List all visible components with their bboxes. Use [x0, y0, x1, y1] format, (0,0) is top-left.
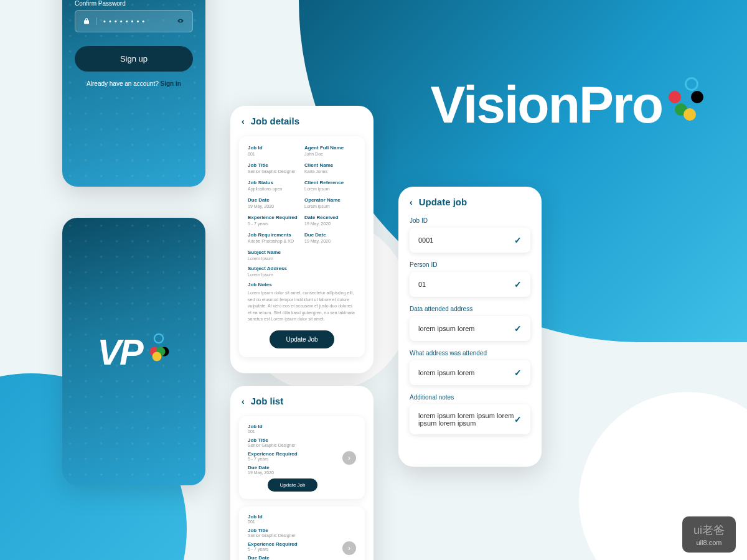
confirm-password-value: • • • • • • • •: [103, 17, 170, 25]
update-input[interactable]: lorem ipsum lorem✓: [410, 316, 530, 341]
update-job-button[interactable]: Update Job: [270, 330, 334, 348]
update-field: What address was attendedlorem ipsum lor…: [410, 350, 530, 385]
update-field: Person ID01✓: [410, 261, 530, 297]
signup-button[interactable]: Sign up: [75, 46, 193, 72]
detail-field: Date Received19 May, 2020: [304, 215, 356, 226]
detail-field: Job RequirementsAdobe Photoshop & XD: [248, 232, 299, 243]
check-icon: ✓: [514, 324, 522, 334]
screen-update-job: ‹ Update job Job ID0001✓Person ID01✓Data…: [398, 187, 542, 467]
screen-signup: Password 12345678 Confirm Password • • •…: [62, 0, 205, 187]
confirm-password-input[interactable]: • • • • • • • •: [75, 10, 193, 32]
screen-job-details: ‹ Job details Job Id001Agent Full NameJo…: [230, 106, 374, 373]
check-icon: ✓: [514, 414, 522, 424]
detail-field: Client ReferenceLorem ipsum: [304, 180, 356, 191]
update-input[interactable]: 01✓: [410, 272, 530, 297]
screen-job-list: ‹ Job list Job Id001Job TitleSenior Grap…: [230, 386, 374, 560]
chevron-right-icon[interactable]: ›: [342, 451, 356, 465]
splash-logo: VP: [97, 331, 170, 373]
page-title: Job details: [251, 116, 299, 126]
detail-field: Client NameKarla Jones: [304, 162, 356, 174]
detail-field: Experience Required5 - 7 years: [248, 215, 299, 226]
update-field: Data attended addresslorem ipsum lorem✓: [410, 306, 530, 341]
back-icon[interactable]: ‹: [242, 116, 245, 126]
signin-link[interactable]: Sign in: [161, 80, 181, 87]
page-title: Job list: [251, 396, 284, 406]
check-icon: ✓: [514, 368, 522, 378]
brand-dots-icon: [139, 332, 171, 363]
update-input[interactable]: lorem ipsum lorem✓: [410, 360, 530, 385]
back-icon[interactable]: ‹: [242, 396, 245, 406]
detail-field: Job StatusApplications open: [248, 180, 299, 191]
brand-logo: VisionPro: [430, 75, 703, 135]
brand-name: VisionPro: [430, 75, 662, 135]
job-list-item[interactable]: Job Id001Job TitleSenior Graphic Designe…: [239, 416, 365, 499]
watermark: ui老爸 uil8.com: [682, 516, 736, 553]
eye-icon[interactable]: [176, 17, 185, 26]
lock-icon: [83, 17, 97, 25]
check-icon: ✓: [514, 235, 522, 245]
page-title: Update job: [419, 197, 467, 207]
detail-field: Job Id001: [248, 145, 299, 156]
screen-splash: VP: [62, 218, 205, 485]
chevron-right-icon[interactable]: ›: [342, 541, 356, 555]
detail-field: Agent Full NameJohn Doe: [304, 145, 356, 156]
detail-field: Due Date19 May, 2020: [304, 232, 356, 243]
update-input[interactable]: lorem ipsum lorem ipsum lorem ipsum lore…: [410, 404, 530, 434]
confirm-password-label: Confirm Password: [75, 0, 193, 7]
signup-footer: Already have an account? Sign in: [75, 80, 193, 87]
detail-field: Job TitleSenior Graphic Designer: [248, 162, 299, 174]
brand-dots-icon: [660, 77, 703, 121]
detail-field: Due Date19 May, 2020: [248, 197, 299, 208]
update-input[interactable]: 0001✓: [410, 228, 530, 253]
job-list-item[interactable]: Job Id001Job TitleSenior Graphic Designe…: [239, 506, 365, 560]
detail-field: Operator NameLorem ipsum: [304, 197, 356, 208]
update-field: Additional noteslorem ipsum lorem ipsum …: [410, 394, 530, 434]
back-icon[interactable]: ‹: [410, 197, 413, 207]
update-field: Job ID0001✓: [410, 217, 530, 253]
check-icon: ✓: [514, 279, 522, 289]
details-card: Job Id001Agent Full NameJohn DoeJob Titl…: [239, 136, 365, 357]
update-job-button[interactable]: Update Job: [268, 478, 318, 492]
